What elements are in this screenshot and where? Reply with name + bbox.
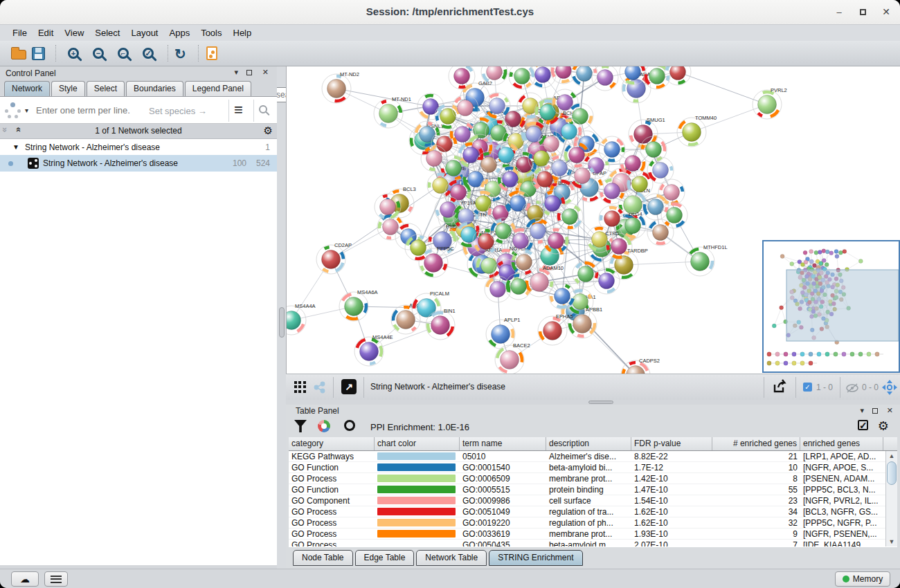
table-row[interactable]: GO FunctionGO:0001540beta-amyloid bi...1… [289, 462, 897, 473]
table-scrollbar[interactable]: ▲ ▼ [885, 451, 897, 546]
task-history-button[interactable] [44, 571, 68, 587]
ppi-enrichment-label: PPI Enrichment: 1.0E-16 [370, 422, 469, 432]
network-type-icon [28, 158, 39, 169]
svg-text:PICALM: PICALM [430, 291, 449, 297]
menu-item-layout[interactable]: Layout [125, 26, 163, 39]
menu-item-edit[interactable]: Edit [33, 26, 59, 39]
float-panel-icon[interactable] [246, 70, 252, 75]
maximize-button[interactable] [857, 7, 868, 18]
scrollbar-thumb[interactable] [887, 461, 897, 485]
network-options-gear-icon[interactable]: ⚙ [264, 125, 273, 137]
zoom-selected-icon[interactable]: ✓ [143, 48, 154, 59]
table-panel-menu-icon[interactable]: ▾ [860, 406, 864, 415]
tab-node-table[interactable]: Node Table [293, 550, 353, 566]
table-header-row: categorychart colorterm namedescriptionF… [289, 437, 897, 451]
svg-text:EPHA5: EPHA5 [556, 313, 573, 320]
close-panel-icon[interactable]: ✕ [262, 68, 269, 77]
control-panel-title: Control Panel [6, 68, 56, 78]
menu-item-select[interactable]: Select [89, 26, 125, 39]
network-canvas[interactable]: MT-ND2MT-ND1VSNL1GAB2IRS1CHATABCA1BCHEIL… [286, 66, 900, 374]
memory-button[interactable]: Memory [835, 571, 890, 587]
ring-chart-icon[interactable] [344, 420, 355, 431]
table-panel: Table Panel ▾ ✕ PPI Enrichment: 1.0E-16 … [286, 405, 900, 569]
tab-legend-panel[interactable]: Legend Panel [185, 81, 251, 96]
birds-eye-view[interactable] [762, 240, 900, 373]
column-header-enriched-genes[interactable]: enriched genes [800, 437, 883, 450]
string-logo-icon[interactable] [4, 102, 22, 119]
network-collection-row[interactable]: ▼ String Network - Alzheimer's disease 1 [0, 140, 277, 155]
column-header-chart-color[interactable]: chart color [375, 437, 460, 450]
grid-view-icon[interactable] [294, 381, 306, 393]
table-panel-float-icon[interactable] [872, 408, 878, 414]
species-hint[interactable]: Set species → [149, 106, 207, 116]
table-row[interactable]: GO FunctionGO:0005515protein binding1.47… [289, 484, 897, 495]
table-panel-close-icon[interactable]: ✕ [887, 406, 893, 415]
table-row[interactable]: GO ProcessGO:0033619membrane prot...1.93… [289, 529, 897, 540]
table-row[interactable]: GO ProcessGO:0051049regulation of tra...… [289, 506, 897, 517]
enrichment-settings-icon[interactable]: ⚙ [878, 419, 889, 434]
column-header-term-name[interactable]: term name [460, 437, 546, 450]
menu-item-view[interactable]: View [59, 26, 89, 39]
horizontal-splitter[interactable] [286, 400, 900, 405]
close-button[interactable]: ✕ [881, 7, 892, 18]
cell: GO:0050435 [460, 540, 546, 546]
navigate-compass-icon[interactable] [881, 379, 898, 396]
svg-text:MT-ND2: MT-ND2 [340, 71, 359, 77]
chart-color-icon[interactable] [318, 420, 330, 432]
tab-network[interactable]: Network [4, 81, 50, 96]
refresh-icon[interactable]: ↻ [174, 46, 186, 62]
detach-view-icon[interactable]: ↗ [341, 379, 357, 394]
cell: [NGFR, PSENEN,... [800, 529, 883, 539]
scroll-down-icon[interactable]: ▼ [886, 538, 897, 545]
column-header-category[interactable]: category [289, 437, 375, 450]
share-view-icon[interactable] [314, 381, 326, 394]
network-from-file-icon[interactable] [206, 46, 217, 60]
cloud-button[interactable]: ☁ [11, 571, 39, 587]
table-row[interactable]: GO ProcessGO:0006509membrane prot...1.42… [289, 473, 897, 484]
column-header-fdr-p-value[interactable]: FDR p-value [631, 437, 712, 450]
string-dropdown-icon[interactable]: ▾ [25, 107, 28, 114]
maximize-icon [860, 9, 866, 15]
cell: 2.07E-10 [631, 540, 712, 546]
column-header-description[interactable]: description [546, 437, 631, 450]
table-row[interactable]: GO ProcessGO:0019220regulation of ph...1… [289, 517, 897, 529]
tab-edge-table[interactable]: Edge Table [355, 550, 415, 566]
select-terms-icon[interactable]: ✓ [858, 420, 868, 430]
hidden-count-badge: 0 - 0 [862, 383, 879, 392]
tab-boundaries[interactable]: Boundaries [126, 81, 183, 96]
zoom-fit-icon[interactable]: ⌐ [118, 48, 129, 59]
network-row-selected[interactable]: String Network - Alzheimer's disease 100… [0, 155, 277, 172]
string-options-icon[interactable]: ≡ [234, 101, 243, 119]
svg-text:MT-ND1: MT-ND1 [392, 96, 411, 102]
menu-item-apps[interactable]: Apps [164, 26, 196, 39]
save-session-icon[interactable] [32, 47, 45, 60]
selected-checkbox-icon: ✓ [803, 383, 812, 392]
zoom-out-icon[interactable]: − [93, 48, 104, 59]
panel-splitter-handle[interactable] [279, 307, 285, 338]
menu-item-tools[interactable]: Tools [195, 26, 227, 39]
menu-item-help[interactable]: Help [228, 26, 258, 39]
tab-select[interactable]: Select [87, 81, 125, 96]
network-edge-count: 524 [256, 155, 270, 172]
column-header--enriched-genes[interactable]: # enriched genes [712, 437, 800, 450]
cell: 1.62E-10 [631, 517, 712, 528]
table-row[interactable]: GO ProcessGO:0050435beta-amyloid m...2.0… [289, 540, 897, 546]
zoom-in-icon[interactable]: + [68, 48, 79, 59]
collection-expand-icon[interactable]: ▼ [12, 140, 19, 155]
collection-count: 1 [265, 140, 270, 155]
minimize-button[interactable]: – [834, 7, 845, 18]
tab-string-enrichment[interactable]: STRING Enrichment [489, 550, 582, 566]
enrichment-table: categorychart colorterm namedescriptionF… [289, 437, 897, 547]
table-row[interactable]: GO ComponentGO:0009986cell surface1.54E-… [289, 495, 897, 506]
panel-menu-icon[interactable]: ▾ [234, 68, 238, 77]
tab-style[interactable]: Style [51, 81, 85, 96]
open-session-icon[interactable] [11, 50, 26, 59]
table-row[interactable]: KEGG Pathways05010Alzheimer's dise...8.8… [289, 451, 897, 462]
string-search-icon[interactable] [259, 105, 267, 113]
export-image-icon[interactable] [772, 379, 790, 396]
scroll-up-icon[interactable]: ▲ [886, 452, 897, 459]
chart-color-cell [375, 517, 460, 528]
tab-network-table[interactable]: Network Table [416, 550, 487, 566]
filter-icon[interactable] [294, 420, 307, 432]
menu-item-file[interactable]: File [7, 26, 33, 39]
